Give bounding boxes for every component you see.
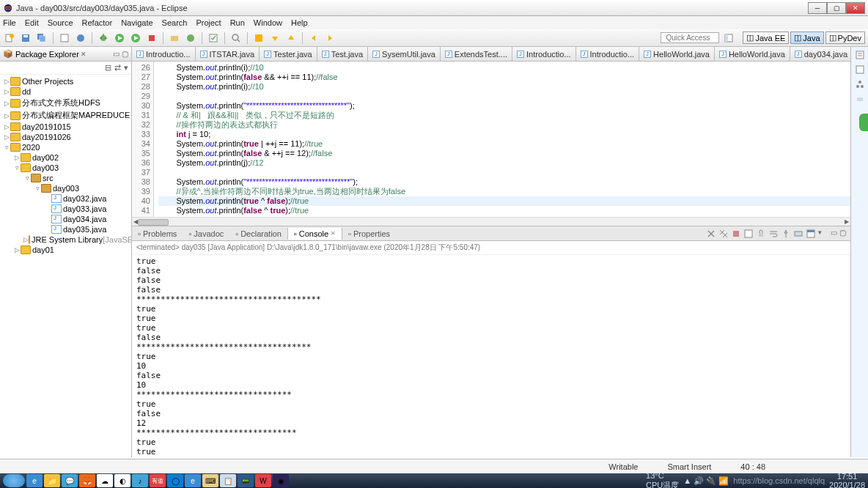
editor-tab[interactable]: JHelloWorld.java (639, 47, 715, 61)
remove-terminated-icon[interactable] (706, 229, 716, 239)
skip-button[interactable] (74, 32, 87, 45)
prev-annotation-button[interactable] (284, 32, 298, 45)
new-button[interactable] (3, 32, 16, 45)
taskbar-app-icon[interactable]: 💬 (62, 474, 78, 487)
tray-icons[interactable]: ▲ 🔊 🔌 📶 (683, 476, 729, 486)
tree-item[interactable]: ▷day20191015 (0, 122, 131, 132)
minimize-button[interactable]: ─ (808, 2, 827, 14)
taskbar-edge-icon[interactable]: ◯ (167, 474, 183, 487)
menu-file[interactable]: File (3, 18, 16, 27)
tray-clock[interactable]: 17:512020/1/28 (829, 472, 865, 488)
bottom-tab-problems[interactable]: ▫Problems (132, 228, 183, 240)
taskbar-eclipse-icon[interactable]: ◉ (273, 474, 289, 487)
tree-item[interactable]: ▿src (0, 173, 131, 183)
console-output[interactable]: true false false false *****************… (132, 255, 850, 457)
close-icon[interactable]: ✕ (331, 230, 336, 237)
pin-console-icon[interactable] (781, 229, 791, 239)
tree-item[interactable]: day034.java (0, 214, 131, 224)
taskbar-wps-icon[interactable]: W (255, 474, 271, 487)
display-selected-icon[interactable] (793, 229, 803, 239)
open-task-button[interactable] (207, 32, 220, 45)
taskbar-baidu-icon[interactable]: ☁ (97, 474, 113, 487)
perspective-java[interactable]: ◫Java (790, 32, 823, 44)
view-menu-icon[interactable]: ▾ (818, 229, 822, 239)
editor-tab[interactable]: JHelloWorld.java (715, 47, 790, 61)
taskbar-explorer-icon[interactable]: 📁 (44, 474, 60, 487)
debug-button[interactable] (97, 32, 110, 45)
maximize-view-icon[interactable]: ▢ (122, 50, 128, 58)
toggle-mark-button[interactable] (252, 32, 265, 45)
menu-run[interactable]: Run (230, 18, 245, 27)
bottom-tab-properties[interactable]: ▫Properties (342, 228, 396, 240)
open-perspective-button[interactable] (722, 32, 735, 45)
tree-item[interactable]: ▿day003 (0, 183, 131, 193)
back-button[interactable] (307, 32, 320, 45)
close-icon[interactable]: ✕ (81, 51, 87, 58)
next-annotation-button[interactable] (268, 32, 282, 45)
taskbar-notepad-icon[interactable]: 📋 (220, 474, 236, 487)
tree-item[interactable]: day032.java (0, 193, 131, 204)
editor-tab[interactable]: JExtendsTest.... (441, 47, 512, 61)
tree-item[interactable]: ▷分布式文件系统HDFS (0, 97, 131, 109)
task-list-icon[interactable] (855, 64, 865, 75)
collapse-all-icon[interactable]: ⊟ (105, 63, 111, 73)
tree-item[interactable]: ▿2020 (0, 142, 131, 152)
taskbar-ie2-icon[interactable]: e (185, 474, 201, 487)
taskbar-music-icon[interactable]: ♪ (132, 474, 148, 487)
menu-source[interactable]: Source (48, 18, 73, 27)
tree-item[interactable]: ▷day002 (0, 152, 131, 163)
bottom-tab-declaration[interactable]: ▫Declaration (229, 228, 287, 240)
run-button[interactable] (113, 32, 126, 45)
outline-icon[interactable] (855, 50, 865, 60)
menu-refactor[interactable]: Refactor (82, 18, 113, 27)
editor-tab[interactable]: JIntroductio... (576, 47, 640, 61)
minimize-view-icon[interactable]: ▭ (113, 50, 119, 58)
scroll-lock-icon[interactable] (756, 229, 766, 239)
terminate-icon[interactable] (731, 229, 741, 239)
search-button[interactable] (229, 32, 243, 45)
view-menu-icon[interactable]: ▾ (124, 63, 128, 73)
side-panel-handle[interactable] (859, 114, 868, 131)
save-button[interactable] (19, 32, 32, 45)
taskbar-vmware-icon[interactable]: 📟 (238, 474, 254, 487)
wordwrap-icon[interactable] (768, 229, 779, 239)
new-package-button[interactable] (168, 32, 181, 45)
bottom-tab-console[interactable]: ▫Console✕ (287, 228, 342, 240)
tree-item[interactable]: ▿day003 (0, 163, 131, 173)
link-editor-icon[interactable]: ⇄ (114, 63, 121, 73)
menu-search[interactable]: Search (162, 18, 188, 27)
menu-help[interactable]: Help (291, 18, 308, 27)
perspective-javaee[interactable]: ◫Java EE (743, 32, 789, 44)
clear-console-icon[interactable] (743, 229, 754, 239)
editor-tab[interactable]: JIntroductio... (512, 47, 576, 61)
menu-window[interactable]: Window (254, 18, 282, 27)
forward-button[interactable] (323, 32, 336, 45)
menu-edit[interactable]: Edit (25, 18, 39, 27)
maximize-button[interactable]: ▢ (827, 2, 846, 14)
editor-tab[interactable]: JSysemUtil.java (368, 47, 441, 61)
open-type-button[interactable] (58, 32, 71, 45)
run-last-button[interactable] (129, 32, 142, 45)
tree-item[interactable]: ▷JRE System Library [JavaSE-1.8] (0, 234, 131, 245)
quick-access-input[interactable] (661, 32, 719, 43)
editor-tab[interactable]: JTest.java (317, 47, 368, 61)
tree-item[interactable]: day035.java (0, 224, 131, 234)
type-hierarchy-icon[interactable] (855, 79, 865, 89)
maximize-view-icon[interactable]: ▢ (839, 229, 846, 239)
tree-item[interactable]: ▷day01 (0, 245, 131, 255)
taskbar-keyboard-icon[interactable]: ⌨ (202, 474, 218, 487)
perspective-pydev[interactable]: ◫PyDev (825, 32, 865, 44)
taskbar-ie-icon[interactable]: e (26, 474, 43, 487)
start-button[interactable] (3, 474, 25, 487)
code-editor[interactable]: System.out.println(i);//10 System.out.pr… (154, 62, 850, 217)
taskbar-firefox-icon[interactable]: 🦊 (79, 474, 95, 487)
taskbar-youdao-icon[interactable]: 有道 (150, 474, 166, 487)
menu-navigate[interactable]: Navigate (121, 18, 152, 27)
tree-item[interactable]: ▷分布式编程框架MAPREDUCE (0, 109, 131, 122)
minimize-view-icon[interactable]: ▭ (831, 229, 837, 239)
new-class-button[interactable] (184, 32, 197, 45)
taskbar-chrome-icon[interactable]: ◐ (114, 474, 130, 487)
tree-item[interactable]: ▷dd (0, 86, 131, 97)
editor-tab[interactable]: JTester.java (260, 47, 317, 61)
menu-project[interactable]: Project (196, 18, 221, 27)
